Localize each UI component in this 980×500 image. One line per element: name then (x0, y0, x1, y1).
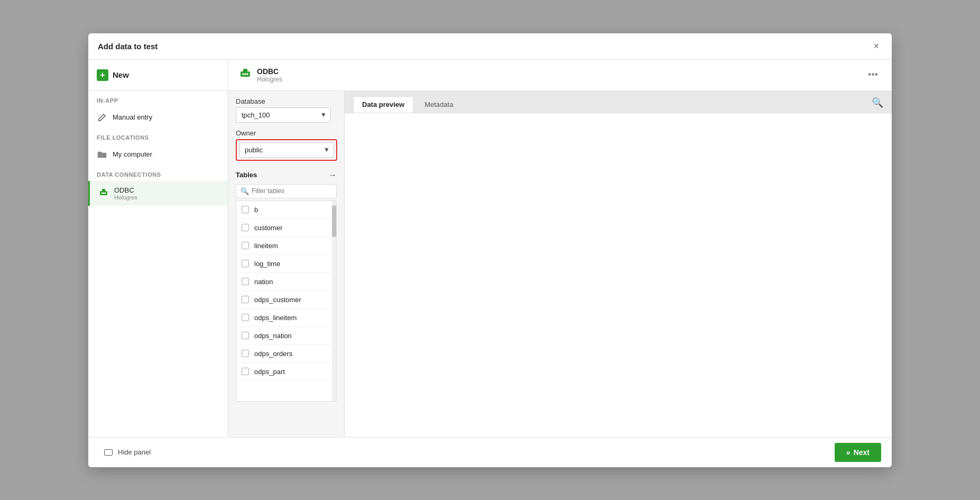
svg-point-2 (101, 193, 103, 194)
my-computer-text: My computer (113, 150, 152, 158)
new-icon: + (97, 69, 108, 81)
tab-data-preview[interactable]: Data preview (353, 96, 413, 113)
hide-panel-button[interactable]: Hide panel (99, 445, 156, 459)
table-checkbox-5[interactable] (242, 296, 249, 303)
preview-panel: Data preview Metadata 🔍 (345, 91, 892, 437)
table-row[interactable]: odps_customer (236, 291, 336, 309)
table-checkbox-7[interactable] (242, 332, 249, 339)
tables-search-icon: 🔍 (241, 187, 249, 195)
close-button[interactable]: × (870, 39, 882, 54)
tables-search-bar: 🔍 (236, 184, 337, 198)
table-checkbox-9[interactable] (242, 368, 249, 375)
database-control: Database tpch_100 ▼ (236, 97, 337, 123)
owner-inner-wrapper: public ▼ (239, 142, 334, 158)
preview-search-area: 🔍 (872, 97, 883, 113)
svg-point-3 (103, 193, 105, 194)
connection-info: ODBC Hologres (239, 67, 282, 83)
main-content: ODBC Hologres ••• Database (228, 60, 892, 437)
connection-odbc-icon (239, 68, 252, 83)
bottom-bar: Hide panel » Next (88, 437, 892, 467)
table-checkbox-8[interactable] (242, 350, 249, 357)
odbc-text: ODBC Hologres (114, 186, 137, 201)
table-checkbox-6[interactable] (242, 314, 249, 321)
table-row[interactable]: odps_part (236, 363, 336, 381)
monitor-icon (104, 449, 113, 456)
controls-panel: Database tpch_100 ▼ Owner (228, 91, 345, 437)
connection-header: ODBC Hologres ••• (228, 60, 892, 91)
table-row[interactable]: lineitem (236, 237, 336, 255)
table-checkbox-4[interactable] (242, 278, 249, 285)
pencil-icon (97, 112, 107, 123)
table-row[interactable]: customer (236, 219, 336, 237)
table-row[interactable]: nation (236, 273, 336, 291)
folder-icon (97, 149, 107, 160)
tables-header: Tables → (236, 168, 337, 180)
more-options-button[interactable]: ••• (865, 68, 881, 81)
svg-rect-1 (102, 189, 105, 192)
new-label: New (113, 70, 129, 79)
connection-name-block: ODBC Hologres (257, 67, 282, 83)
svg-point-8 (244, 73, 246, 75)
next-button[interactable]: » Next (835, 443, 881, 462)
database-select[interactable]: tpch_100 (236, 107, 331, 123)
table-row[interactable]: odps_orders (236, 345, 336, 363)
file-locations-section-label: FILE LOCATIONS (88, 128, 228, 144)
svg-point-4 (105, 193, 106, 194)
modal-body: + New IN-APP Manual entry FILE (88, 60, 892, 437)
table-row[interactable]: log_time (236, 255, 336, 273)
tab-metadata[interactable]: Metadata (415, 96, 462, 113)
sidebar-item-manual-entry[interactable]: Manual entry (88, 107, 228, 128)
svg-point-7 (242, 73, 244, 75)
in-app-section-label: IN-APP (88, 91, 228, 107)
preview-tabs-container: Data preview Metadata (353, 96, 462, 113)
tables-expand-arrow[interactable]: → (328, 170, 337, 180)
table-row[interactable]: b (236, 201, 336, 219)
tables-section: Tables → 🔍 bcustomerlineitemlog_timenati… (236, 168, 337, 431)
table-checkbox-1[interactable] (242, 224, 249, 231)
table-checkbox-3[interactable] (242, 260, 249, 267)
owner-control: Owner public ▼ (236, 129, 337, 161)
table-checkbox-2[interactable] (242, 242, 249, 249)
table-checkbox-0[interactable] (242, 206, 249, 213)
next-arrows-icon: » (846, 448, 850, 457)
new-button[interactable]: + New (88, 60, 228, 91)
database-select-wrapper: tpch_100 ▼ (236, 107, 331, 123)
sidebar-item-my-computer[interactable]: My computer (88, 144, 228, 165)
add-data-modal: Add data to test × + New IN-APP (88, 33, 892, 467)
tables-list: bcustomerlineitemlog_timenationodps_cust… (236, 201, 337, 402)
data-connections-section-label: DATA CONNECTIONS (88, 165, 228, 181)
odbc-icon (98, 188, 109, 198)
owner-select[interactable]: public (239, 142, 334, 158)
sidebar-item-odbc[interactable]: ODBC Hologres (88, 181, 228, 206)
tables-filter-input[interactable] (252, 187, 332, 195)
preview-content-area (345, 113, 892, 437)
preview-header: Data preview Metadata 🔍 (345, 91, 892, 113)
table-row[interactable]: odps_lineitem (236, 309, 336, 327)
owner-select-wrapper: public ▼ (236, 139, 337, 161)
preview-search-icon[interactable]: 🔍 (872, 97, 883, 108)
modal-title: Add data to test (98, 42, 158, 51)
modal-header: Add data to test × (88, 33, 892, 60)
manual-entry-text: Manual entry (113, 113, 152, 121)
table-row[interactable]: odps_nation (236, 327, 336, 345)
sidebar: + New IN-APP Manual entry FILE (88, 60, 228, 437)
svg-point-9 (246, 73, 248, 75)
svg-rect-6 (243, 69, 247, 72)
